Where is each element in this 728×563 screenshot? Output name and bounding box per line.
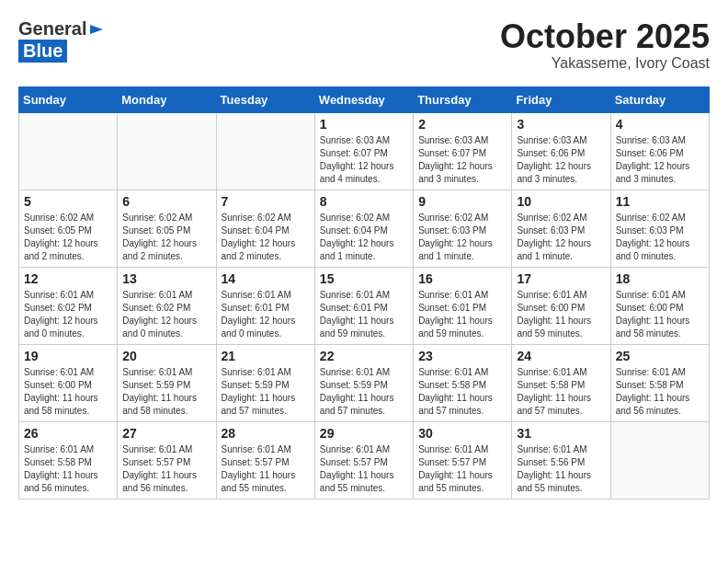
day-number: 12 — [24, 271, 112, 286]
calendar-week-3: 12Sunrise: 6:01 AM Sunset: 6:02 PM Dayli… — [19, 267, 710, 344]
page-header: General Blue October 2025 Yakasseme, Ivo… — [18, 18, 710, 72]
day-number: 5 — [24, 194, 112, 209]
day-number: 9 — [418, 194, 506, 209]
day-number: 14 — [222, 271, 310, 286]
logo-general-text: General — [18, 18, 86, 40]
svg-marker-0 — [90, 25, 103, 34]
day-info: Sunrise: 6:02 AM Sunset: 6:04 PM Dayligh… — [320, 212, 408, 263]
calendar-table: SundayMondayTuesdayWednesdayThursdayFrid… — [18, 86, 710, 500]
calendar-cell — [216, 112, 314, 190]
day-info: Sunrise: 6:02 AM Sunset: 6:05 PM Dayligh… — [24, 212, 112, 263]
day-number: 30 — [418, 426, 506, 441]
day-number: 25 — [616, 349, 704, 363]
day-number: 29 — [320, 426, 408, 441]
day-info: Sunrise: 6:03 AM Sunset: 6:06 PM Dayligh… — [616, 134, 704, 186]
day-info: Sunrise: 6:01 AM Sunset: 6:02 PM Dayligh… — [122, 289, 210, 340]
day-info: Sunrise: 6:03 AM Sunset: 6:07 PM Dayligh… — [320, 134, 408, 186]
calendar-cell: 2Sunrise: 6:03 AM Sunset: 6:07 PM Daylig… — [414, 112, 512, 190]
day-number: 13 — [122, 271, 210, 286]
calendar-cell: 29Sunrise: 6:01 AM Sunset: 5:57 PM Dayli… — [314, 421, 413, 499]
weekday-header-monday: Monday — [118, 86, 216, 112]
day-info: Sunrise: 6:01 AM Sunset: 5:58 PM Dayligh… — [616, 366, 704, 418]
day-info: Sunrise: 6:01 AM Sunset: 5:58 PM Dayligh… — [24, 443, 112, 495]
calendar-cell: 23Sunrise: 6:01 AM Sunset: 5:58 PM Dayli… — [414, 344, 512, 421]
calendar-header-row: SundayMondayTuesdayWednesdayThursdayFrid… — [19, 86, 710, 112]
weekday-header-saturday: Saturday — [610, 86, 709, 112]
calendar-cell — [610, 421, 709, 499]
calendar-cell: 31Sunrise: 6:01 AM Sunset: 5:56 PM Dayli… — [512, 421, 610, 499]
calendar-cell: 16Sunrise: 6:01 AM Sunset: 6:01 PM Dayli… — [414, 267, 512, 344]
calendar-cell: 12Sunrise: 6:01 AM Sunset: 6:02 PM Dayli… — [19, 267, 118, 344]
calendar-cell: 9Sunrise: 6:02 AM Sunset: 6:03 PM Daylig… — [414, 190, 512, 267]
day-info: Sunrise: 6:01 AM Sunset: 5:57 PM Dayligh… — [222, 443, 310, 495]
day-info: Sunrise: 6:01 AM Sunset: 6:02 PM Dayligh… — [24, 289, 112, 340]
day-number: 28 — [222, 426, 310, 441]
calendar-week-4: 19Sunrise: 6:01 AM Sunset: 6:00 PM Dayli… — [19, 344, 710, 421]
day-number: 15 — [320, 271, 408, 286]
day-number: 31 — [517, 426, 605, 441]
calendar-cell: 24Sunrise: 6:01 AM Sunset: 5:58 PM Dayli… — [512, 344, 610, 421]
day-number: 21 — [222, 349, 310, 363]
logo-blue-text: Blue — [23, 40, 63, 61]
day-number: 23 — [418, 349, 506, 363]
calendar-cell — [19, 112, 118, 190]
weekday-header-thursday: Thursday — [414, 86, 512, 112]
calendar-cell: 7Sunrise: 6:02 AM Sunset: 6:04 PM Daylig… — [216, 190, 314, 267]
weekday-header-sunday: Sunday — [19, 86, 118, 112]
day-info: Sunrise: 6:02 AM Sunset: 6:03 PM Dayligh… — [616, 212, 704, 263]
calendar-cell: 30Sunrise: 6:01 AM Sunset: 5:57 PM Dayli… — [414, 421, 512, 499]
calendar-cell: 20Sunrise: 6:01 AM Sunset: 5:59 PM Dayli… — [118, 344, 216, 421]
day-info: Sunrise: 6:01 AM Sunset: 6:00 PM Dayligh… — [517, 289, 605, 340]
calendar-cell: 1Sunrise: 6:03 AM Sunset: 6:07 PM Daylig… — [314, 112, 413, 190]
day-info: Sunrise: 6:02 AM Sunset: 6:03 PM Dayligh… — [517, 212, 605, 263]
calendar-cell: 18Sunrise: 6:01 AM Sunset: 6:00 PM Dayli… — [610, 267, 709, 344]
day-info: Sunrise: 6:01 AM Sunset: 6:00 PM Dayligh… — [24, 366, 112, 418]
day-number: 2 — [418, 117, 506, 132]
calendar-cell: 26Sunrise: 6:01 AM Sunset: 5:58 PM Dayli… — [19, 421, 118, 499]
day-number: 10 — [517, 194, 605, 209]
day-number: 16 — [418, 271, 506, 286]
calendar-cell: 3Sunrise: 6:03 AM Sunset: 6:06 PM Daylig… — [512, 112, 610, 190]
calendar-title: October 2025 — [500, 18, 710, 55]
day-number: 4 — [616, 117, 704, 132]
day-number: 1 — [320, 117, 408, 132]
calendar-week-5: 26Sunrise: 6:01 AM Sunset: 5:58 PM Dayli… — [19, 421, 710, 499]
day-number: 6 — [122, 194, 210, 209]
day-number: 26 — [24, 426, 112, 441]
calendar-cell: 27Sunrise: 6:01 AM Sunset: 5:57 PM Dayli… — [118, 421, 216, 499]
day-info: Sunrise: 6:03 AM Sunset: 6:07 PM Dayligh… — [418, 134, 506, 186]
calendar-cell: 5Sunrise: 6:02 AM Sunset: 6:05 PM Daylig… — [19, 190, 118, 267]
calendar-cell: 13Sunrise: 6:01 AM Sunset: 6:02 PM Dayli… — [118, 267, 216, 344]
day-info: Sunrise: 6:01 AM Sunset: 5:57 PM Dayligh… — [320, 443, 408, 495]
calendar-cell: 22Sunrise: 6:01 AM Sunset: 5:59 PM Dayli… — [314, 344, 413, 421]
calendar-cell: 4Sunrise: 6:03 AM Sunset: 6:06 PM Daylig… — [610, 112, 709, 190]
calendar-cell: 25Sunrise: 6:01 AM Sunset: 5:58 PM Dayli… — [610, 344, 709, 421]
day-info: Sunrise: 6:01 AM Sunset: 6:01 PM Dayligh… — [222, 289, 310, 340]
day-info: Sunrise: 6:01 AM Sunset: 6:01 PM Dayligh… — [320, 289, 408, 340]
calendar-week-1: 1Sunrise: 6:03 AM Sunset: 6:07 PM Daylig… — [19, 112, 710, 190]
calendar-cell: 28Sunrise: 6:01 AM Sunset: 5:57 PM Dayli… — [216, 421, 314, 499]
day-number: 18 — [616, 271, 704, 286]
calendar-cell: 8Sunrise: 6:02 AM Sunset: 6:04 PM Daylig… — [314, 190, 413, 267]
day-info: Sunrise: 6:01 AM Sunset: 5:59 PM Dayligh… — [222, 366, 310, 418]
day-info: Sunrise: 6:01 AM Sunset: 5:57 PM Dayligh… — [418, 443, 506, 495]
calendar-cell: 17Sunrise: 6:01 AM Sunset: 6:00 PM Dayli… — [512, 267, 610, 344]
calendar-week-2: 5Sunrise: 6:02 AM Sunset: 6:05 PM Daylig… — [19, 190, 710, 267]
day-number: 24 — [517, 349, 605, 363]
calendar-cell: 19Sunrise: 6:01 AM Sunset: 6:00 PM Dayli… — [19, 344, 118, 421]
calendar-cell: 15Sunrise: 6:01 AM Sunset: 6:01 PM Dayli… — [314, 267, 413, 344]
calendar-cell: 11Sunrise: 6:02 AM Sunset: 6:03 PM Dayli… — [610, 190, 709, 267]
day-info: Sunrise: 6:01 AM Sunset: 5:58 PM Dayligh… — [517, 366, 605, 418]
day-number: 19 — [24, 349, 112, 363]
day-info: Sunrise: 6:01 AM Sunset: 6:00 PM Dayligh… — [616, 289, 704, 340]
calendar-subtitle: Yakasseme, Ivory Coast — [500, 55, 710, 72]
weekday-header-tuesday: Tuesday — [216, 86, 314, 112]
weekday-header-wednesday: Wednesday — [314, 86, 413, 112]
day-info: Sunrise: 6:01 AM Sunset: 5:59 PM Dayligh… — [320, 366, 408, 418]
day-number: 8 — [320, 194, 408, 209]
day-info: Sunrise: 6:02 AM Sunset: 6:03 PM Dayligh… — [418, 212, 506, 263]
calendar-cell: 21Sunrise: 6:01 AM Sunset: 5:59 PM Dayli… — [216, 344, 314, 421]
day-number: 22 — [320, 349, 408, 363]
day-info: Sunrise: 6:01 AM Sunset: 5:56 PM Dayligh… — [517, 443, 605, 495]
day-number: 11 — [616, 194, 704, 209]
